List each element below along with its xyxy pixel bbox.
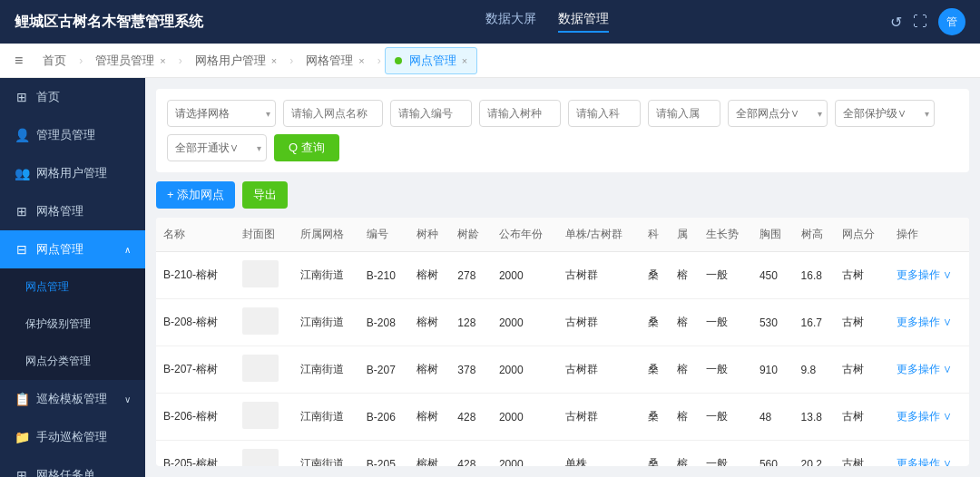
status-select[interactable]: 全部开通状∨: [167, 134, 267, 161]
cell-growth: 一般: [699, 394, 752, 441]
export-button[interactable]: 导出: [242, 181, 288, 209]
tab-admin[interactable]: 管理员管理 ×: [86, 47, 174, 74]
cell-grid: 江南街道: [293, 441, 359, 467]
table-row: B-206-榕树 江南街道 B-206 榕树 428 2000 古树群 桑 榕 …: [156, 394, 969, 441]
cell-score: 古树: [835, 394, 888, 441]
sidebar-grid-user-label: 网格用户管理: [36, 165, 107, 181]
tab-menu-icon[interactable]: ≡: [7, 53, 30, 69]
tab-grid-user[interactable]: 网格用户管理 ×: [186, 47, 286, 74]
top-header: 鲤城区古树名木智慧管理系统 数据大屏 数据管理 ↺ ⛶ 管: [0, 0, 980, 44]
more-action-button[interactable]: 更多操作 ∨: [897, 456, 952, 466]
sidebar-item-protection[interactable]: 保护级别管理: [0, 306, 145, 343]
sidebar-item-grid-mgmt[interactable]: ⊞ 网格管理: [0, 192, 145, 230]
fullscreen-icon[interactable]: ⛶: [913, 14, 927, 30]
code-input[interactable]: [390, 100, 472, 127]
cell-score: 古树: [835, 441, 888, 467]
admin-icon: 👤: [15, 128, 29, 142]
name-input[interactable]: [283, 100, 383, 127]
col-grid: 所属网格: [293, 218, 359, 252]
cell-age: 428: [450, 394, 492, 441]
col-year: 公布年份: [492, 218, 558, 252]
cell-code: B-205: [359, 441, 409, 467]
tab-grid-user-close[interactable]: ×: [271, 55, 277, 66]
tab-grid-mgmt[interactable]: 网格管理 ×: [297, 47, 373, 74]
query-button[interactable]: Q 查询: [274, 134, 339, 161]
cell-score: 古树: [835, 252, 888, 299]
grid-task-icon: ⊞: [15, 468, 29, 477]
col-species: 树种: [409, 218, 451, 252]
cell-family: 桑: [641, 441, 670, 467]
cell-age: 378: [450, 346, 492, 394]
more-action-button[interactable]: 更多操作 ∨: [897, 362, 952, 377]
node-mgmt-icon: ⊟: [15, 242, 29, 257]
cell-action: 更多操作 ∨: [889, 441, 969, 467]
col-name: 名称: [156, 218, 235, 252]
cell-family: 桑: [641, 394, 670, 441]
col-code: 编号: [359, 218, 409, 252]
sidebar-grid-mgmt-label: 网格管理: [36, 203, 83, 219]
refresh-icon[interactable]: ↺: [890, 14, 902, 31]
sidebar-item-classify[interactable]: 网点分类管理: [0, 343, 145, 380]
species-input[interactable]: [479, 100, 561, 127]
cell-growth: 一般: [699, 441, 752, 467]
cell-species: 榕树: [409, 441, 451, 467]
cell-grid: 江南街道: [293, 299, 359, 346]
top-nav: 数据大屏 数据管理: [485, 11, 609, 33]
sidebar-node-mgmt-sub-label: 网点管理: [25, 279, 69, 295]
tab-node-mgmt-close[interactable]: ×: [462, 55, 467, 66]
grid-select-wrap: 请选择网格: [167, 100, 276, 127]
more-action-button[interactable]: 更多操作 ∨: [897, 409, 952, 424]
cell-action: 更多操作 ∨: [889, 252, 969, 299]
cell-girth: 910: [752, 346, 794, 394]
genus-input[interactable]: [648, 100, 720, 127]
sidebar-item-patrol-template[interactable]: 📋 巡检模板管理 ∨: [0, 380, 145, 418]
grid-user-icon: 👥: [15, 166, 29, 180]
action-bar: + 添加网点 导出: [156, 181, 969, 209]
sidebar-item-node-mgmt-sub[interactable]: 网点管理: [0, 268, 145, 306]
nav-data-screen[interactable]: 数据大屏: [485, 11, 536, 33]
cell-growth: 一般: [699, 299, 752, 346]
sidebar-classify-label: 网点分类管理: [25, 354, 91, 369]
protection-select-wrap: 全部保护级∨: [835, 100, 935, 127]
table-header-row: 名称 封面图 所属网格 编号 树种 树龄 公布年份 单株/古树群 科 属 生长势…: [156, 218, 969, 252]
family-input[interactable]: [568, 100, 641, 127]
cell-genus: 榕: [670, 441, 699, 467]
sidebar-node-mgmt-label: 网点管理: [36, 241, 83, 258]
more-action-button[interactable]: 更多操作 ∨: [897, 315, 952, 330]
score-select[interactable]: 全部网点分∨: [728, 100, 828, 127]
cell-family: 桑: [641, 252, 670, 299]
cell-age: 128: [450, 299, 492, 346]
cell-name: B-206-榕树: [156, 394, 235, 441]
cell-type: 古树群: [558, 252, 641, 299]
tab-admin-close[interactable]: ×: [160, 55, 165, 66]
nav-data-mgmt[interactable]: 数据管理: [558, 11, 609, 33]
sidebar-item-manual-patrol[interactable]: 📁 手动巡检管理: [0, 418, 145, 456]
cell-code: B-208: [359, 299, 409, 346]
tab-grid-mgmt-close[interactable]: ×: [358, 55, 364, 66]
cell-img: [235, 252, 293, 299]
sidebar-item-admin[interactable]: 👤 管理员管理: [0, 116, 145, 154]
add-node-button[interactable]: + 添加网点: [156, 181, 235, 209]
sidebar-item-home[interactable]: ⊞ 首页: [0, 78, 145, 116]
cell-genus: 榕: [670, 252, 699, 299]
cell-name: B-207-榕树: [156, 346, 235, 394]
tab-home[interactable]: 首页: [34, 47, 75, 74]
tab-bar: ≡ 首页 › 管理员管理 × › 网格用户管理 × › 网格管理 × › 网点管…: [0, 44, 980, 78]
data-table-wrap: 名称 封面图 所属网格 编号 树种 树龄 公布年份 单株/古树群 科 属 生长势…: [156, 218, 969, 466]
col-family: 科: [641, 218, 670, 252]
cell-name: B-205-榕树: [156, 441, 235, 467]
cell-code: B-206: [359, 394, 409, 441]
cell-genus: 榕: [670, 346, 699, 394]
table-row: B-205-榕树 江南街道 B-205 榕树 428 2000 单株 桑 榕 一…: [156, 441, 969, 467]
cell-grid: 江南街道: [293, 346, 359, 394]
cell-genus: 榕: [670, 394, 699, 441]
avatar[interactable]: 管: [938, 8, 965, 35]
sidebar-item-grid-user[interactable]: 👥 网格用户管理: [0, 154, 145, 192]
sidebar-item-grid-task[interactable]: ⊞ 网格任务单: [0, 456, 145, 477]
more-action-button[interactable]: 更多操作 ∨: [897, 268, 952, 283]
grid-select[interactable]: 请选择网格: [167, 100, 276, 127]
protection-select[interactable]: 全部保护级∨: [835, 100, 935, 127]
sidebar-item-node-mgmt[interactable]: ⊟ 网点管理 ∧: [0, 230, 145, 268]
cell-girth: 450: [752, 252, 794, 299]
tab-node-mgmt[interactable]: 网点管理 ×: [385, 47, 477, 74]
